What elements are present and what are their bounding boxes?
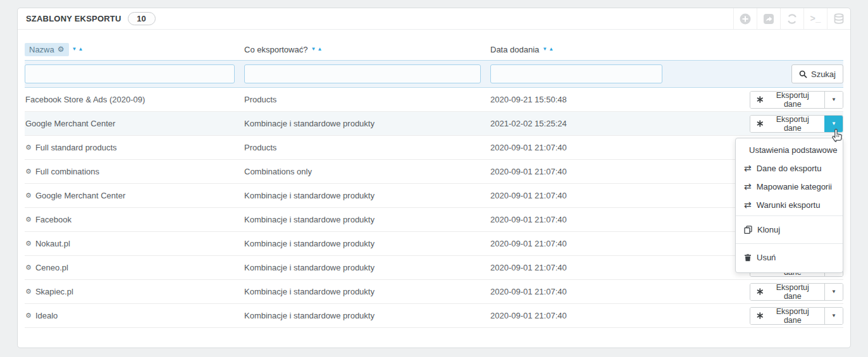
template-what: Products <box>244 143 490 152</box>
template-date: 2020-09-01 21:07:40 <box>490 263 750 272</box>
export-data-button[interactable]: Eksportuj dane <box>750 308 824 324</box>
sort-desc-icon[interactable]: ▼ <box>542 47 547 52</box>
template-date: 2020-09-01 21:07:40 <box>490 287 750 296</box>
asterisk-icon <box>757 96 764 103</box>
caret-down-icon: ▼ <box>831 121 836 126</box>
template-what: Kombinacje i standardowe produkty <box>244 287 490 296</box>
template-name: Facebook <box>35 215 71 224</box>
template-name: Google Merchant Center <box>25 119 244 128</box>
transfer-icon: ⇄ <box>744 182 752 191</box>
table-row[interactable]: ⚙ Nokaut.pl Kombinacje i standardowe pro… <box>25 232 843 256</box>
gear-icon: ⚙ <box>25 312 32 319</box>
asterisk-icon <box>757 288 764 295</box>
export-data-button[interactable]: Eksportuj dane <box>750 284 824 300</box>
transfer-icon: ⇄ <box>744 164 752 172</box>
menu-item-export-data[interactable]: ⇄ Dane do eksportu <box>736 159 843 178</box>
add-icon[interactable] <box>733 8 757 29</box>
count-badge: 10 <box>128 12 156 25</box>
export-icon[interactable] <box>757 8 780 29</box>
heading-toolbar: >_ <box>733 8 850 29</box>
template-date: 2020-09-01 21:07:40 <box>490 191 750 200</box>
sort-arrows-date[interactable]: ▼ ▲ <box>542 47 554 52</box>
template-what: Combinations only <box>244 167 490 176</box>
table-row[interactable]: ⚙ Skapiec.pl Kombinacje i standardowe pr… <box>25 280 843 304</box>
template-date: 2020-09-21 15:50:48 <box>490 95 750 104</box>
export-templates-panel: SZABLONY EKSPORTU 10 >_ N <box>17 8 851 348</box>
name-filter-input[interactable] <box>25 64 235 83</box>
menu-item-basic-settings[interactable]: Ustawienia podstawowe <box>736 141 843 159</box>
table-row[interactable]: ⚙ Idealo Kombinacje i standardowe produk… <box>25 304 843 328</box>
panel-heading: SZABLONY EKSPORTU 10 >_ <box>18 8 850 30</box>
what-filter-input[interactable] <box>244 64 481 83</box>
template-name: Ceneo.pl <box>35 263 68 272</box>
table-row[interactable]: Facebook Store & Ads (2020-09) Products … <box>25 88 843 112</box>
sort-arrows-what[interactable]: ▼ ▲ <box>311 47 322 52</box>
template-name: Facebook Store & Ads (2020-09) <box>25 95 244 104</box>
name-filter-pill[interactable]: Nazwa ⚙ <box>25 43 69 56</box>
caret-down-icon: ▼ <box>831 313 836 318</box>
table-area: Nazwa ⚙ ▼ ▲ Co eksportować? ▼ ▲ Data dod… <box>18 30 850 328</box>
sort-desc-icon[interactable]: ▼ <box>72 47 77 52</box>
export-dropdown-toggle[interactable]: ▼ <box>824 308 843 324</box>
menu-item-delete[interactable]: Usuń <box>736 245 843 270</box>
asterisk-icon <box>757 120 764 127</box>
export-data-button[interactable]: Eksportuj dane <box>750 92 824 108</box>
template-what: Kombinacje i standardowe produkty <box>244 311 490 320</box>
template-name: Skapiec.pl <box>35 287 73 296</box>
template-what: Kombinacje i standardowe produkty <box>244 239 490 248</box>
template-name: Google Merchant Center <box>35 191 125 200</box>
gear-icon: ⚙ <box>25 240 32 247</box>
export-dropdown-toggle[interactable]: ▼ <box>824 284 843 300</box>
export-dropdown-toggle[interactable]: ▼ <box>824 92 843 108</box>
search-button[interactable]: Szukaj <box>791 64 843 83</box>
gear-icon: ⚙ <box>25 144 32 151</box>
template-name: Idealo <box>35 311 58 320</box>
search-icon <box>799 70 807 78</box>
refresh-icon[interactable] <box>780 8 803 29</box>
export-actions-dropdown: Ustawienia podstawowe ⇄ Dane do eksportu… <box>735 138 843 273</box>
export-dropdown-toggle[interactable]: ▼ <box>824 116 843 132</box>
date-filter-input[interactable] <box>490 64 662 83</box>
caret-down-icon: ▼ <box>831 289 836 294</box>
menu-item-category-mapping[interactable]: ⇄ Mapowanie kategorii <box>736 178 843 196</box>
filter-row: Szukaj <box>25 60 843 88</box>
table-row[interactable]: ⚙ Ceneo.pl Kombinacje i standardowe prod… <box>25 256 843 280</box>
menu-divider <box>736 243 843 244</box>
sql-icon[interactable] <box>827 8 850 29</box>
menu-divider <box>736 215 843 216</box>
table-row[interactable]: ⚙ Full standard products Products 2020-0… <box>25 136 843 160</box>
table-row[interactable]: Google Merchant Center Kombinacje i stan… <box>25 112 843 136</box>
sort-asc-icon[interactable]: ▲ <box>78 47 83 52</box>
template-name: Full standard products <box>35 143 117 152</box>
template-what: Products <box>244 95 490 104</box>
template-date: 2020-09-01 21:07:40 <box>490 311 750 320</box>
table-row[interactable]: ⚙ Full combinations Combinations only 20… <box>25 160 843 184</box>
terminal-icon[interactable]: >_ <box>803 8 827 29</box>
column-header-what: Co eksportować? ▼ ▲ <box>244 45 490 54</box>
sort-desc-icon[interactable]: ▼ <box>311 47 316 52</box>
gear-icon: ⚙ <box>58 45 65 53</box>
table-row[interactable]: ⚙ Facebook Kombinacje i standardowe prod… <box>25 208 843 232</box>
template-what: Kombinacje i standardowe produkty <box>244 191 490 200</box>
gear-icon: ⚙ <box>25 264 32 271</box>
caret-down-icon: ▼ <box>831 97 836 102</box>
sort-asc-icon[interactable]: ▲ <box>317 47 322 52</box>
table-row[interactable]: ⚙ Google Merchant Center Kombinacje i st… <box>25 184 843 208</box>
gear-icon: ⚙ <box>25 168 32 175</box>
export-data-button[interactable]: Eksportuj dane <box>750 116 824 132</box>
column-header-row: Nazwa ⚙ ▼ ▲ Co eksportować? ▼ ▲ Data dod… <box>25 39 843 60</box>
gear-icon: ⚙ <box>25 288 32 295</box>
template-date: 2020-09-01 21:07:40 <box>490 239 750 248</box>
column-header-name: Nazwa ⚙ ▼ ▲ <box>25 43 244 56</box>
asterisk-icon <box>757 312 764 319</box>
template-what: Kombinacje i standardowe produkty <box>244 119 490 128</box>
template-name: Nokaut.pl <box>35 239 70 248</box>
menu-item-clone[interactable]: Klonuj <box>736 217 843 242</box>
template-what: Kombinacje i standardowe produkty <box>244 263 490 272</box>
sort-asc-icon[interactable]: ▲ <box>549 47 554 52</box>
sort-arrows-name[interactable]: ▼ ▲ <box>72 47 84 52</box>
template-date: 2020-09-01 21:07:40 <box>490 167 750 176</box>
menu-item-export-conditions[interactable]: ⇄ Warunki eksportu <box>736 196 843 214</box>
template-date: 2021-02-02 15:25:24 <box>490 119 750 128</box>
gear-icon: ⚙ <box>25 216 32 223</box>
